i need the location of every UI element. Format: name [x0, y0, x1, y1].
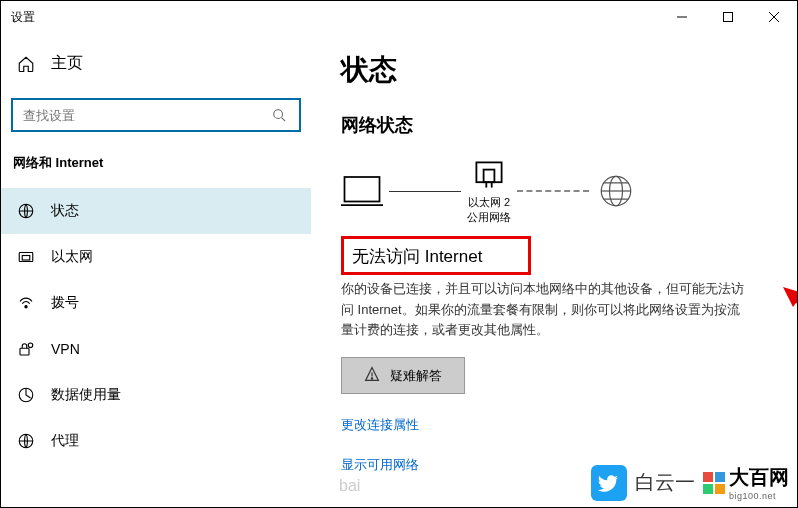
connection-line-dashed — [517, 190, 589, 192]
nav-label: 状态 — [51, 202, 79, 220]
network-diagram: 以太网 2 公用网络 — [341, 157, 767, 226]
home-label: 主页 — [51, 53, 83, 74]
watermark-text1: 白云一 — [635, 469, 695, 496]
nav-label: 拨号 — [51, 294, 79, 312]
troubleshoot-button[interactable]: 疑难解答 — [341, 357, 465, 394]
status-icon — [17, 202, 35, 220]
watermark-bird-icon — [591, 465, 627, 501]
nav-label: 数据使用量 — [51, 386, 121, 404]
troubleshoot-label: 疑难解答 — [390, 367, 442, 385]
adapter-name: 以太网 2 — [467, 195, 511, 210]
close-button[interactable] — [751, 1, 797, 33]
nav-item-vpn[interactable]: VPN — [1, 326, 311, 372]
error-heading: 无法访问 Internet — [352, 245, 520, 268]
category-header: 网络和 Internet — [1, 150, 311, 188]
ethernet-icon — [17, 248, 35, 266]
watermark-logo: 大百网 big100.net — [703, 464, 789, 501]
svg-rect-14 — [345, 177, 380, 202]
nav-item-ethernet[interactable]: 以太网 — [1, 234, 311, 280]
nav-item-data-usage[interactable]: 数据使用量 — [1, 372, 311, 418]
description-text: 你的设备已连接，并且可以访问本地网络中的其他设备，但可能无法访问 Interne… — [341, 279, 751, 341]
section-title: 网络状态 — [341, 113, 767, 137]
search-icon[interactable] — [269, 108, 289, 122]
svg-point-24 — [371, 378, 372, 379]
home-icon — [17, 55, 35, 73]
nav-label: 以太网 — [51, 248, 93, 266]
sidebar: 主页 网络和 Internet 状态 以太网 — [1, 33, 311, 507]
nav-item-proxy[interactable]: 代理 — [1, 418, 311, 464]
watermarks: 白云一 大百网 big100.net — [591, 464, 789, 501]
watermark-sub: big100.net — [729, 491, 789, 501]
search-input[interactable] — [23, 108, 269, 123]
svg-rect-10 — [20, 348, 29, 355]
error-highlight: 无法访问 Internet — [341, 236, 531, 275]
proxy-icon — [17, 432, 35, 450]
titlebar: 设置 — [1, 1, 797, 33]
page-title: 状态 — [341, 51, 767, 89]
adapter-icon: 以太网 2 公用网络 — [467, 157, 511, 226]
link-change-properties[interactable]: 更改连接属性 — [341, 416, 767, 434]
nav-item-dialup[interactable]: 拨号 — [1, 280, 311, 326]
connection-line-solid — [389, 191, 461, 193]
vpn-icon — [17, 340, 35, 358]
svg-line-5 — [282, 118, 286, 122]
svg-rect-1 — [724, 13, 733, 22]
svg-rect-16 — [476, 162, 501, 182]
watermark-baidu: bai — [339, 477, 360, 495]
home-nav[interactable]: 主页 — [1, 43, 311, 84]
nav-item-status[interactable]: 状态 — [1, 188, 311, 234]
computer-icon — [341, 173, 383, 209]
main-content: 状态 网络状态 以太网 2 公用网络 无法访问 Internet — [311, 33, 797, 507]
nav-label: 代理 — [51, 432, 79, 450]
warning-icon — [364, 366, 380, 385]
watermark-text2: 大百网 — [729, 464, 789, 491]
maximize-button[interactable] — [705, 1, 751, 33]
window-controls — [659, 1, 797, 33]
data-usage-icon — [17, 386, 35, 404]
svg-point-4 — [274, 110, 283, 119]
window-title: 设置 — [11, 9, 35, 26]
annotation-arrow — [781, 281, 798, 451]
svg-rect-8 — [22, 256, 30, 261]
svg-marker-26 — [783, 287, 798, 307]
adapter-type: 公用网络 — [467, 210, 511, 225]
svg-point-11 — [28, 343, 33, 348]
svg-rect-17 — [484, 170, 495, 183]
svg-point-9 — [25, 306, 27, 308]
dialup-icon — [17, 294, 35, 312]
globe-icon — [595, 173, 637, 209]
search-box[interactable] — [11, 98, 301, 132]
svg-line-25 — [791, 296, 798, 431]
minimize-button[interactable] — [659, 1, 705, 33]
nav-label: VPN — [51, 341, 80, 357]
